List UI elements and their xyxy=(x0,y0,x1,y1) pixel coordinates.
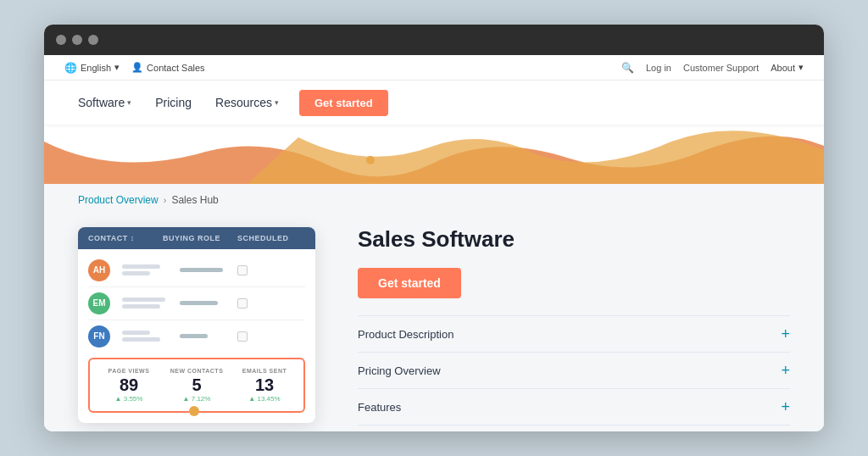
table-row: AH xyxy=(88,254,305,287)
col-scheduled: SCHEDULED xyxy=(237,234,305,242)
software-chevron: ▾ xyxy=(127,98,131,107)
nav-resources[interactable]: Resources ▾ xyxy=(215,96,279,109)
left-panel: CONTACT ↕ BUYING ROLE SCHEDULED AH xyxy=(44,184,332,431)
customer-support-link[interactable]: Customer Support xyxy=(683,63,759,73)
accordion-label: Pricing Overview xyxy=(358,364,441,377)
stat-page-views-change: 3.55% xyxy=(97,395,161,403)
language-chevron: ▾ xyxy=(114,62,120,73)
utility-bar: 🌐 English ▾ 👤 Contact Sales 🔍 Log in Cus… xyxy=(44,55,824,81)
bar xyxy=(122,304,160,309)
avatar-em: EM xyxy=(88,292,110,314)
bar xyxy=(122,298,165,302)
right-panel: Sales Software Get started Product Descr… xyxy=(332,184,824,431)
stat-new-contacts-label: NEW CONTACTS xyxy=(164,368,229,374)
checkbox-ah[interactable] xyxy=(237,265,248,275)
breadcrumb-parent-link[interactable]: Product Overview xyxy=(78,194,159,206)
stat-emails-sent-number: 13 xyxy=(232,376,297,393)
table-row: EM xyxy=(88,287,305,320)
hero-wave xyxy=(44,125,824,184)
role-bars-fn xyxy=(180,334,231,338)
contact-bars-ah xyxy=(122,264,173,275)
stat-emails-sent: EMAILS SENT 13 13.45% xyxy=(232,368,297,403)
breadcrumb: Product Overview › Sales Hub xyxy=(78,194,219,206)
resources-chevron: ▾ xyxy=(275,98,279,107)
stat-new-contacts: NEW CONTACTS 5 7.12% xyxy=(164,368,229,403)
role-bars-em xyxy=(180,301,231,305)
accordion-item-pricing-overview[interactable]: Pricing Overview + xyxy=(358,352,790,388)
decorative-dot xyxy=(189,406,199,416)
stat-new-contacts-number: 5 xyxy=(164,376,229,393)
traffic-light-minimize[interactable] xyxy=(72,35,82,45)
nav-software[interactable]: Software ▾ xyxy=(78,96,131,109)
table-row: FN xyxy=(88,320,305,353)
product-title: Sales Software xyxy=(358,226,790,253)
checkbox-em[interactable] xyxy=(237,298,248,309)
language-label: English xyxy=(81,63,111,73)
browser-window: 🌐 English ▾ 👤 Contact Sales 🔍 Log in Cus… xyxy=(44,25,824,431)
bar xyxy=(180,301,218,305)
bar xyxy=(122,271,150,275)
about-chevron: ▾ xyxy=(798,62,804,73)
person-icon: 👤 xyxy=(131,62,143,73)
about-menu[interactable]: About ▾ xyxy=(771,62,804,73)
search-icon[interactable]: 🔍 xyxy=(621,62,634,74)
main-content: Product Overview › Sales Hub CONTACT ↕ B… xyxy=(44,184,824,431)
contact-sales-link[interactable]: 👤 Contact Sales xyxy=(131,62,204,73)
nav-pricing[interactable]: Pricing xyxy=(155,96,192,109)
utility-right: 🔍 Log in Customer Support About ▾ xyxy=(621,62,804,74)
product-get-started-button[interactable]: Get started xyxy=(358,268,461,298)
browser-chrome xyxy=(44,25,824,55)
accordion-item-product-description[interactable]: Product Description + xyxy=(358,315,790,352)
bar xyxy=(122,264,160,269)
bar xyxy=(122,337,160,342)
bar xyxy=(180,334,208,338)
bar xyxy=(180,268,223,272)
accordion-label: Product Description xyxy=(358,328,453,341)
accordion-label: Features xyxy=(358,401,401,414)
svg-point-0 xyxy=(366,156,375,164)
globe-icon: 🌐 xyxy=(64,62,77,74)
avatar-fn: FN xyxy=(88,325,110,348)
stats-card: PAGE VIEWS 89 3.55% NEW CONTACTS 5 7.12%… xyxy=(88,358,305,413)
contact-bars-fn xyxy=(122,331,173,342)
nav-links: Software ▾ Pricing Resources ▾ xyxy=(78,96,279,109)
login-link[interactable]: Log in xyxy=(646,63,671,73)
crm-table-header: CONTACT ↕ BUYING ROLE SCHEDULED xyxy=(78,227,315,249)
stat-page-views: PAGE VIEWS 89 3.55% xyxy=(97,368,161,403)
col-buying-role: BUYING ROLE xyxy=(163,234,231,242)
accordion-plus-icon: + xyxy=(781,399,790,414)
breadcrumb-separator: › xyxy=(164,195,167,205)
language-selector[interactable]: 🌐 English ▾ xyxy=(64,62,120,74)
stat-page-views-label: PAGE VIEWS xyxy=(97,368,161,374)
checkbox-fn[interactable] xyxy=(237,331,248,342)
stat-page-views-number: 89 xyxy=(97,376,161,393)
crm-card: CONTACT ↕ BUYING ROLE SCHEDULED AH xyxy=(78,227,315,423)
crm-rows: AH EM xyxy=(78,249,315,358)
accordion-plus-icon: + xyxy=(781,326,790,342)
nav-get-started-button[interactable]: Get started xyxy=(299,90,388,116)
contact-bars-em xyxy=(122,298,173,309)
role-bars-ah xyxy=(180,268,231,272)
traffic-light-close[interactable] xyxy=(56,35,66,45)
main-nav: Software ▾ Pricing Resources ▾ Get start… xyxy=(44,81,824,125)
stat-new-contacts-change: 7.12% xyxy=(164,395,229,403)
avatar-ah: AH xyxy=(88,259,110,281)
accordion-item-features[interactable]: Features + xyxy=(358,388,790,425)
stat-emails-sent-change: 13.45% xyxy=(232,395,297,403)
browser-content: 🌐 English ▾ 👤 Contact Sales 🔍 Log in Cus… xyxy=(44,55,824,431)
stat-emails-sent-label: EMAILS SENT xyxy=(232,368,297,374)
breadcrumb-current: Sales Hub xyxy=(171,194,218,206)
traffic-lights xyxy=(56,35,98,45)
accordion-plus-icon: + xyxy=(781,363,790,378)
accordion-list: Product Description + Pricing Overview +… xyxy=(358,315,790,425)
traffic-light-maximize[interactable] xyxy=(88,35,98,45)
col-contact: CONTACT ↕ xyxy=(88,234,156,242)
utility-left: 🌐 English ▾ 👤 Contact Sales xyxy=(64,62,205,74)
bar xyxy=(122,331,150,335)
